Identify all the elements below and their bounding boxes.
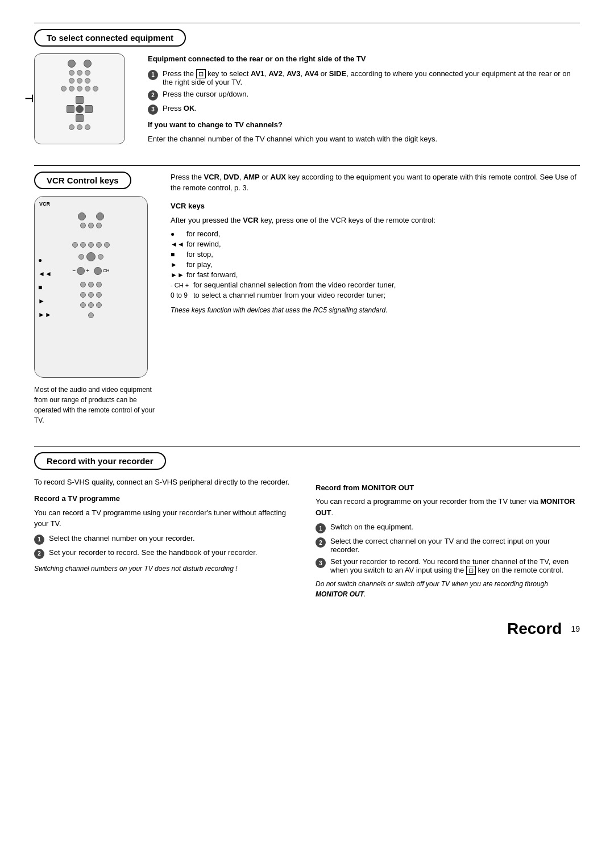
- section1-header: To select connected equipment: [34, 29, 186, 47]
- step-2: 2 Press the cursor up/down.: [148, 90, 580, 101]
- n2: [88, 282, 94, 287]
- btn-s6: [85, 78, 90, 84]
- rl-ok: [86, 252, 96, 261]
- vcr-keys-list: ●for record, ◄◄for rewind, ■for stop, ►f…: [171, 229, 580, 299]
- vcr-keys-intro: After you pressed the VCR key, press one…: [171, 215, 580, 226]
- monitor-step-2: 2 Select the correct channel on your TV …: [316, 537, 580, 554]
- btn-b1: [69, 124, 74, 130]
- n5: [88, 292, 94, 298]
- record-step-2: 2 Set your recorder to record. See the h…: [34, 548, 298, 559]
- key-record: ●for record,: [171, 229, 580, 238]
- rl-vol-row: − + CH: [72, 267, 109, 275]
- key-ch: - CH +for sequential channel selection f…: [171, 281, 580, 289]
- vcr-keys-title-text: VCR keys: [171, 202, 205, 210]
- dpad-tl: [67, 96, 74, 104]
- key-desc-0to9: to select a channel number from your vid…: [193, 291, 385, 299]
- vcr-label: VCR: [39, 201, 50, 207]
- divider-vcr: [34, 165, 580, 166]
- rl-nr4: [80, 312, 102, 318]
- page: To select connected equipment ⊣: [34, 23, 580, 638]
- btn-s1: [69, 70, 74, 76]
- step-1-num: 1: [148, 70, 158, 80]
- key-sym-ff: ►►: [171, 271, 186, 279]
- dpad-right: [85, 105, 93, 113]
- monitor-out-text: You can record a programme on your recor…: [316, 496, 580, 518]
- dpad-br: [85, 114, 93, 122]
- monitor-step-3: 3 Set your recorder to record. You recor…: [316, 557, 580, 574]
- sym-ff: ►►: [38, 308, 52, 322]
- section2-footer-text: Most of the audio and video equipment fr…: [34, 385, 159, 425]
- step-1-text: Press the ⊡ key to select AV1, AV2, AV3,…: [163, 69, 580, 86]
- section1-content: ⊣: [34, 53, 580, 148]
- key-sym-stop: ■: [171, 251, 186, 258]
- rl-s5: [80, 242, 86, 248]
- dpad-bl: [67, 114, 74, 122]
- tv-programme-text: You can record a TV programme using your…: [34, 507, 298, 529]
- rl-btn-1: [78, 212, 86, 220]
- plus-icon: +: [86, 268, 89, 274]
- rl-s8: [104, 242, 110, 248]
- vcr-italic-note: These keys function with devices that us…: [171, 305, 580, 315]
- dpad-down: [76, 114, 84, 122]
- remote-dpad: [67, 96, 93, 122]
- sym-rewind: ◄◄: [38, 267, 52, 281]
- av-arrow-icon: ⊣: [24, 93, 34, 105]
- rl-col1: [80, 282, 102, 320]
- section1-steps: 1 Press the ⊡ key to select AV1, AV2, AV…: [148, 69, 580, 115]
- remote-row-4: [61, 86, 98, 91]
- rl-num-rows: [80, 282, 102, 320]
- remote-illustration-small: ⊣: [34, 53, 125, 144]
- section2-content: VCR Control keys VCR: [34, 172, 580, 429]
- tv-channels-text: Enter the channel number of the TV chann…: [148, 133, 580, 145]
- rl-s9: [78, 254, 84, 260]
- section-select-equipment: To select connected equipment ⊣: [34, 23, 580, 148]
- key-rewind: ◄◄for rewind,: [171, 240, 580, 248]
- key-desc-record: for record,: [186, 229, 220, 238]
- record-step-1-num: 1: [34, 535, 44, 545]
- remote-row-2: [69, 70, 90, 76]
- monitor-out-title-bold: MONITOR OUT: [362, 483, 414, 492]
- remote-row-5: [69, 124, 90, 130]
- n9: [96, 302, 102, 308]
- key-sym-ch: - CH +: [171, 282, 193, 289]
- rl-row-2: [78, 223, 104, 228]
- monitor-step-1-num: 1: [316, 523, 326, 533]
- step-2-text: Press the cursor up/down.: [163, 90, 248, 98]
- rl-vol-circle: [77, 267, 85, 275]
- section3-content: To record S-VHS quality, connect an S-VH…: [34, 477, 580, 603]
- svhs-intro: To record S-VHS quality, connect an S-VH…: [34, 477, 298, 488]
- tv-channels-title-text: If you want to change to TV channels?: [148, 120, 283, 129]
- monitor-step-2-num: 2: [316, 537, 326, 548]
- step-2-num: 2: [148, 90, 158, 101]
- key-sym-play: ►: [171, 261, 186, 269]
- rl-nr1: [80, 282, 102, 287]
- monitor-step-1: 1 Switch on the equipment.: [316, 523, 580, 533]
- key-desc-stop: for stop,: [186, 250, 213, 258]
- vcr-keys-title: VCR keys: [171, 201, 580, 212]
- tv-programme-title: Record a TV programme: [34, 493, 298, 504]
- record-step-1: 1 Select the channel number on your reco…: [34, 534, 298, 545]
- n0: [88, 312, 94, 318]
- rl-nr3: [80, 302, 102, 308]
- record-step-2-text: Set your recorder to record. See the han…: [49, 548, 257, 557]
- sym-play: ►: [38, 294, 52, 308]
- btn-b2: [77, 124, 82, 130]
- dpad-up: [76, 96, 84, 104]
- section2-intro: Press the VCR, DVD, AMP or AUX key accor…: [171, 172, 580, 194]
- rl-s2: [88, 223, 94, 228]
- key-desc-rewind: for rewind,: [186, 240, 221, 248]
- footer-record-label: Record: [507, 620, 562, 638]
- section3-right: Record from MONITOR OUT You can record a…: [316, 477, 580, 603]
- remote-row-3: [69, 78, 90, 84]
- btn-s2: [77, 70, 82, 76]
- step-3: 3 Press OK.: [148, 104, 580, 115]
- key-stop: ■for stop,: [171, 250, 580, 258]
- rl-s10: [98, 254, 103, 260]
- key-sym-record: ●: [171, 230, 186, 238]
- section2-right: Press the VCR, DVD, AMP or AUX key accor…: [171, 172, 580, 429]
- monitor-step-2-text: Select the correct channel on your TV an…: [330, 537, 580, 554]
- key-desc-ch: for sequential channel selection from th…: [193, 281, 396, 289]
- btn-b3: [85, 124, 90, 130]
- rl-s1: [80, 223, 86, 228]
- step-1: 1 Press the ⊡ key to select AV1, AV2, AV…: [148, 69, 580, 86]
